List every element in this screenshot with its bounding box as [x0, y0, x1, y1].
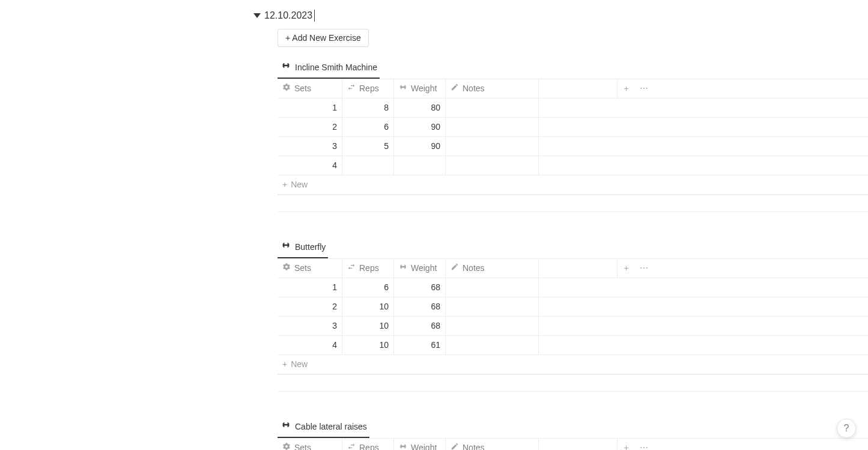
exercise-tab[interactable]: Incline Smith Machine	[278, 58, 380, 79]
cell-set[interactable]: 1	[278, 278, 342, 297]
column-header-weight[interactable]: Weight	[394, 259, 446, 278]
add-column-button[interactable]: +	[617, 439, 635, 450]
column-header-empty	[539, 259, 617, 278]
cell-reps[interactable]: 10	[342, 317, 394, 335]
cell-notes[interactable]	[446, 317, 539, 335]
cell-empty[interactable]	[539, 317, 617, 335]
gear-icon	[282, 262, 291, 275]
date-title[interactable]: 12.10.2023	[264, 8, 315, 23]
add-column-button[interactable]: +	[617, 79, 635, 98]
cell-set[interactable]: 3	[278, 137, 342, 156]
cell-empty[interactable]	[539, 156, 617, 175]
more-options-button[interactable]: ⋯	[635, 439, 653, 450]
cell-notes[interactable]	[446, 156, 539, 175]
cell-weight[interactable]: 90	[394, 118, 446, 136]
cell-reps[interactable]	[342, 156, 394, 175]
table-row[interactable]: 2 10 68	[278, 297, 868, 316]
column-header-sets[interactable]: Sets	[278, 79, 342, 98]
cell-notes[interactable]	[446, 297, 539, 316]
cell-reps[interactable]: 10	[342, 336, 394, 354]
table-row[interactable]: 4	[278, 156, 868, 175]
cell-empty[interactable]	[539, 137, 617, 156]
column-header-reps[interactable]: Reps	[342, 79, 394, 98]
help-button[interactable]: ?	[837, 419, 856, 438]
cell-set[interactable]: 1	[278, 99, 342, 117]
spacer-row	[278, 195, 868, 211]
exercise-name: Incline Smith Machine	[295, 61, 377, 74]
cell-empty[interactable]	[539, 99, 617, 117]
exercise-name: Butterfly	[295, 241, 326, 254]
cell-reps[interactable]: 6	[342, 278, 394, 297]
add-exercise-button[interactable]: + Add New Exercise	[278, 29, 369, 47]
dumbbell-icon	[281, 61, 291, 74]
column-header-reps[interactable]: Reps	[342, 439, 394, 450]
column-header-notes[interactable]: Notes	[446, 79, 539, 98]
cell-empty[interactable]	[539, 278, 617, 297]
column-header-reps[interactable]: Reps	[342, 259, 394, 278]
new-row-button[interactable]: +New	[278, 175, 868, 195]
pencil-icon	[451, 262, 459, 275]
column-header-notes[interactable]: Notes	[446, 439, 539, 450]
table-row[interactable]: 2 6 90	[278, 117, 868, 136]
add-column-button[interactable]: +	[617, 259, 635, 278]
column-header-empty	[539, 79, 617, 98]
cell-notes[interactable]	[446, 278, 539, 297]
cell-set[interactable]: 4	[278, 156, 342, 175]
table-row[interactable]: 4 10 61	[278, 335, 868, 354]
cell-weight[interactable]: 68	[394, 278, 446, 297]
cell-reps[interactable]: 6	[342, 118, 394, 136]
table-row[interactable]: 1 8 80	[278, 98, 868, 117]
cell-notes[interactable]	[446, 99, 539, 117]
more-options-button[interactable]: ⋯	[635, 79, 653, 98]
toggle-triangle-icon[interactable]	[253, 13, 261, 18]
column-header-notes[interactable]: Notes	[446, 259, 539, 278]
cell-weight[interactable]: 80	[394, 99, 446, 117]
cell-weight[interactable]: 68	[394, 297, 446, 316]
column-header-sets[interactable]: Sets	[278, 259, 342, 278]
column-header-empty	[539, 439, 617, 450]
plus-icon: +	[282, 358, 287, 371]
pencil-icon	[451, 82, 459, 95]
repeat-icon	[347, 442, 356, 450]
cell-empty[interactable]	[539, 118, 617, 136]
column-header-sets[interactable]: Sets	[278, 439, 342, 450]
exercise-tab[interactable]: Cable lateral raises	[278, 417, 369, 438]
dumbbell-icon	[281, 240, 291, 254]
cell-set[interactable]: 2	[278, 297, 342, 316]
cell-weight[interactable]: 61	[394, 336, 446, 354]
table-row[interactable]: 3 5 90	[278, 136, 868, 156]
cell-set[interactable]: 4	[278, 336, 342, 354]
spacer-row	[278, 374, 868, 391]
exercise-name: Cable lateral raises	[295, 421, 367, 433]
cell-reps[interactable]: 10	[342, 297, 394, 316]
cell-reps[interactable]: 8	[342, 99, 394, 117]
cell-empty[interactable]	[539, 336, 617, 354]
gear-icon	[282, 442, 291, 450]
cell-set[interactable]: 2	[278, 118, 342, 136]
cell-notes[interactable]	[446, 336, 539, 354]
dumbbell-icon	[399, 82, 407, 95]
table-row[interactable]: 1 6 68	[278, 278, 868, 297]
new-row-button[interactable]: +New	[278, 354, 868, 374]
pencil-icon	[451, 442, 459, 450]
plus-icon: +	[282, 178, 287, 191]
repeat-icon	[347, 82, 356, 95]
cell-empty[interactable]	[539, 297, 617, 316]
exercise-tab[interactable]: Butterfly	[278, 237, 328, 258]
cell-set[interactable]: 3	[278, 317, 342, 335]
gear-icon	[282, 82, 291, 95]
cell-weight[interactable]	[394, 156, 446, 175]
cell-weight[interactable]: 68	[394, 317, 446, 335]
cell-reps[interactable]: 5	[342, 137, 394, 156]
cell-weight[interactable]: 90	[394, 137, 446, 156]
dumbbell-icon	[399, 442, 407, 450]
cell-notes[interactable]	[446, 118, 539, 136]
cell-notes[interactable]	[446, 137, 539, 156]
repeat-icon	[347, 262, 356, 275]
table-row[interactable]: 3 10 68	[278, 316, 868, 335]
dumbbell-icon	[281, 420, 291, 433]
column-header-weight[interactable]: Weight	[394, 79, 446, 98]
dumbbell-icon	[399, 262, 407, 275]
column-header-weight[interactable]: Weight	[394, 439, 446, 450]
more-options-button[interactable]: ⋯	[635, 259, 653, 278]
